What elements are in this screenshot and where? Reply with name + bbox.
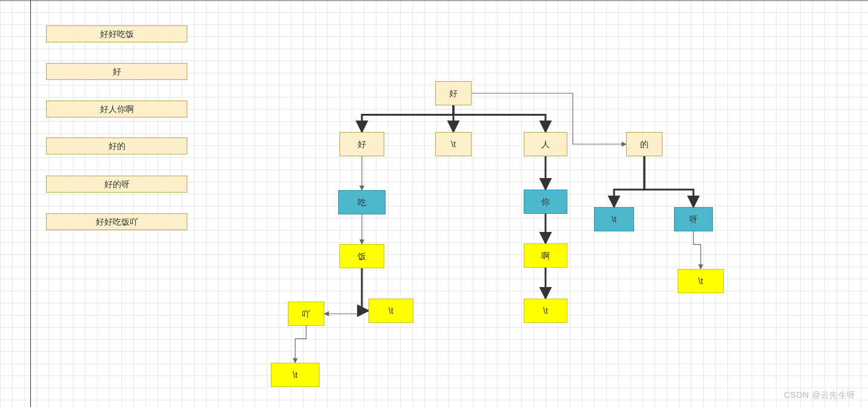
list-item[interactable]: 好好吃饭吖 [46, 213, 187, 230]
tree-node-t3[interactable]: \t [369, 299, 413, 323]
watermark: CSDN @云先生呀 [784, 390, 856, 401]
tree-node-t5[interactable]: \t [678, 269, 724, 293]
tree-node-hao2[interactable]: 好 [339, 132, 384, 156]
tree-node-t1[interactable]: \t [435, 132, 472, 156]
tree-node-chi[interactable]: 吃 [338, 190, 386, 214]
list-item[interactable]: 好 [46, 63, 187, 80]
tree-node-t6[interactable]: \t [271, 363, 319, 387]
top-border [0, 0, 868, 1]
list-item[interactable]: 好的 [46, 137, 187, 154]
left-margin-line [30, 0, 31, 407]
tree-node-t4[interactable]: \t [524, 299, 567, 323]
list-item[interactable]: 好好吃饭 [46, 25, 187, 42]
tree-node-de[interactable]: 的 [626, 132, 663, 156]
tree-node-root[interactable]: 好 [435, 81, 472, 105]
diagram-canvas: 好好吃饭 好 好人你啊 好的 好的呀 好好吃饭吖 好好\t人的吃你\t呀饭啊吖\… [0, 0, 868, 407]
tree-node-fan[interactable]: 饭 [339, 244, 384, 268]
tree-node-t2[interactable]: \t [594, 207, 634, 231]
tree-node-ya[interactable]: 呀 [674, 207, 713, 231]
tree-node-ren[interactable]: 人 [524, 132, 567, 156]
list-item[interactable]: 好人你啊 [46, 101, 187, 117]
tree-node-ni[interactable]: 你 [524, 190, 567, 214]
tree-node-a[interactable]: 啊 [524, 243, 567, 268]
tree-node-ya2[interactable]: 吖 [288, 302, 324, 326]
list-item[interactable]: 好的呀 [46, 176, 187, 193]
grid-background [0, 0, 868, 407]
